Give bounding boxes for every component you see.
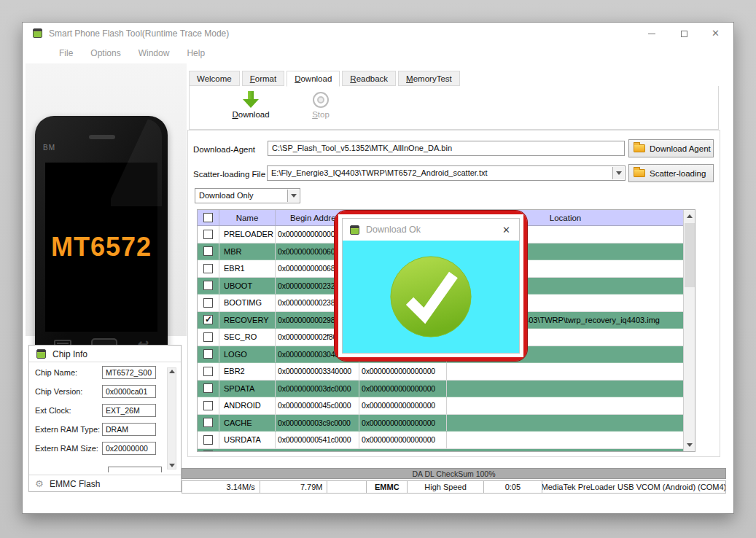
row-checkbox[interactable] bbox=[203, 281, 213, 290]
emmc-flash-row: ⚙ EMMC Flash bbox=[29, 475, 181, 492]
row-checkbox-cell[interactable] bbox=[198, 329, 219, 346]
table-row[interactable]: CACHE 0x000000003c9c0000 0x0000000000000… bbox=[198, 415, 695, 432]
stop-icon bbox=[313, 92, 329, 108]
row-checkbox-cell[interactable] bbox=[198, 295, 219, 311]
row-checkbox-cell[interactable] bbox=[198, 346, 219, 363]
minimize-button[interactable] bbox=[635, 23, 668, 44]
row-checkbox-cell[interactable] bbox=[198, 278, 219, 295]
chip-info-field: Extern RAM Size: 0x20000000 bbox=[29, 439, 181, 458]
chip-info-icon bbox=[36, 349, 46, 359]
menu-item[interactable]: File bbox=[50, 48, 82, 58]
row-checkbox[interactable] bbox=[203, 401, 213, 410]
cell-begin-address: 0x000000003c9c0000 bbox=[276, 415, 359, 432]
status-cell: High Speed bbox=[408, 481, 484, 493]
dialog-title-bar: Download Ok ✕ bbox=[343, 219, 519, 241]
table-row[interactable]: EBR2 0x0000000003340000 0x00000000000000… bbox=[198, 363, 695, 381]
cell-name: USRDATA bbox=[219, 432, 276, 448]
field-label: Extern RAM Type: bbox=[35, 425, 100, 434]
row-checkbox[interactable] bbox=[203, 246, 213, 256]
tab[interactable]: Welcome bbox=[189, 71, 240, 86]
row-checkbox[interactable] bbox=[203, 383, 213, 393]
row-checkbox[interactable] bbox=[203, 418, 213, 427]
row-checkbox[interactable] bbox=[203, 435, 213, 445]
cell-name: RECOVERY bbox=[219, 312, 276, 329]
menu-item[interactable]: Window bbox=[130, 48, 179, 58]
download-agent-input[interactable]: C:\SP_Flash_Tool_v5.1352\MTK_AllInOne_DA… bbox=[268, 141, 625, 156]
row-checkbox[interactable] bbox=[203, 332, 213, 342]
scroll-up-icon[interactable] bbox=[169, 370, 175, 373]
row-checkbox[interactable] bbox=[203, 230, 213, 239]
row-checkbox[interactable] bbox=[203, 349, 213, 359]
dialog-close-icon[interactable]: ✕ bbox=[502, 225, 510, 235]
progress-text: DA DL CheckSum 100% bbox=[413, 469, 496, 478]
cell-end-address: 0x0000000000000000 bbox=[359, 363, 447, 380]
field-value: 0x20000000 bbox=[102, 442, 156, 455]
table-row-partial bbox=[198, 449, 695, 453]
field-value: EXT_26M bbox=[102, 404, 156, 417]
tab[interactable]: Format bbox=[242, 71, 284, 86]
row-checkbox-cell[interactable] bbox=[198, 243, 219, 260]
row-checkbox[interactable] bbox=[203, 264, 213, 273]
field-label: Extern RAM Size: bbox=[35, 444, 98, 453]
row-checkbox-cell[interactable] bbox=[198, 260, 219, 277]
row-checkbox[interactable] bbox=[203, 367, 213, 376]
row-checkbox-cell[interactable] bbox=[198, 432, 219, 448]
combobox-dropdown-button[interactable] bbox=[287, 190, 299, 202]
cell-name: SEC_RO bbox=[219, 329, 276, 346]
toolbar: Download Stop bbox=[189, 86, 719, 130]
title-bar: Smart Phone Flash Tool(Runtime Trace Mod… bbox=[23, 23, 733, 44]
phone-brand-label: BM bbox=[43, 144, 55, 152]
cell-location bbox=[447, 363, 685, 380]
select-all-cell[interactable] bbox=[198, 210, 219, 225]
scroll-down-icon[interactable] bbox=[687, 443, 693, 447]
stop-button[interactable]: Stop bbox=[297, 90, 344, 126]
cell-end-address: 0x0000000000000000 bbox=[359, 381, 447, 397]
table-row[interactable]: SPDATA 0x0000000003dc0000 0x000000000000… bbox=[198, 381, 695, 398]
scroll-down-icon[interactable] bbox=[169, 464, 175, 467]
row-checkbox-cell[interactable] bbox=[198, 397, 219, 414]
status-cell: 7.79M bbox=[260, 481, 328, 493]
chevron-down-icon bbox=[291, 194, 297, 198]
row-checkbox-cell[interactable] bbox=[198, 226, 219, 243]
table-row[interactable]: USRDATA 0x00000000541c0000 0x00000000000… bbox=[198, 432, 695, 449]
scroll-up-icon[interactable] bbox=[687, 214, 693, 218]
download-mode-select[interactable]: Download Only bbox=[195, 188, 300, 203]
window-title: Smart Phone Flash Tool(Runtime Trace Mod… bbox=[49, 28, 229, 39]
cell-begin-address: 0x0000000003dc0000 bbox=[276, 381, 359, 397]
field-value: DRAM bbox=[102, 423, 156, 436]
chip-info-field: Ext Clock: EXT_26M bbox=[29, 401, 181, 420]
menu-item[interactable]: Help bbox=[178, 48, 214, 58]
row-checkbox-cell[interactable] bbox=[198, 381, 219, 397]
row-checkbox[interactable] bbox=[203, 298, 213, 308]
download-button[interactable]: Download bbox=[217, 90, 284, 126]
scatter-loading-button[interactable]: Scatter-loading bbox=[628, 164, 714, 182]
download-agent-label: Download-Agent bbox=[193, 145, 255, 154]
row-checkbox-cell[interactable] bbox=[198, 415, 219, 432]
field-label: Chip Name: bbox=[35, 368, 77, 377]
cell-end-address: 0x0000000000000000 bbox=[359, 397, 447, 414]
tab[interactable]: MemoryTest bbox=[398, 71, 460, 86]
dialog-app-icon bbox=[350, 225, 359, 235]
field-value: 0x0000ca01 bbox=[102, 385, 156, 398]
combobox-dropdown-button[interactable] bbox=[612, 167, 624, 179]
maximize-button[interactable] bbox=[668, 23, 701, 44]
select-all-checkbox[interactable] bbox=[203, 213, 213, 222]
cell-name: ANDROID bbox=[219, 397, 276, 414]
row-checkbox-cell[interactable] bbox=[198, 363, 219, 380]
download-agent-browse-button[interactable]: Download Agent bbox=[628, 139, 714, 157]
table-row[interactable]: ANDROID 0x00000000045c0000 0x00000000000… bbox=[198, 397, 695, 415]
close-button[interactable]: ✕ bbox=[699, 23, 732, 44]
stop-button-label: Stop bbox=[297, 110, 344, 119]
table-scrollbar[interactable] bbox=[683, 210, 695, 451]
dialog-title: Download Ok bbox=[366, 225, 421, 235]
tab[interactable]: Readback bbox=[342, 71, 396, 86]
chip-info-scrollbar[interactable] bbox=[167, 367, 176, 469]
scatter-file-combobox[interactable]: E:\Fly_Energie3_IQ4403\TWRP\MT6572_Andro… bbox=[267, 165, 626, 181]
menu-item[interactable]: Options bbox=[82, 48, 129, 58]
column-header-name[interactable]: Name bbox=[219, 210, 276, 225]
row-checkbox[interactable] bbox=[203, 315, 213, 324]
tab[interactable]: Download bbox=[287, 71, 340, 87]
download-arrow-icon bbox=[243, 91, 259, 109]
scrollbar-thumb[interactable] bbox=[685, 223, 695, 287]
row-checkbox-cell[interactable] bbox=[198, 312, 219, 329]
